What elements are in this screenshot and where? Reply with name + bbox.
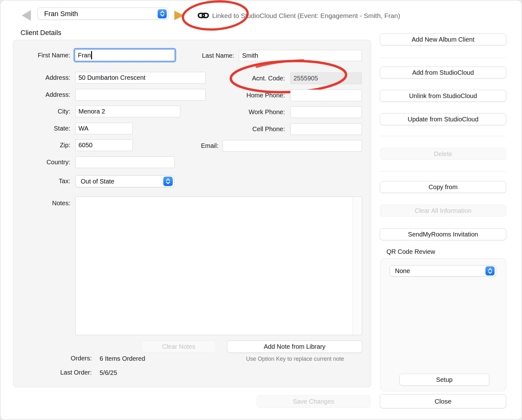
popup-stepper-icon — [163, 177, 173, 186]
link-icon — [197, 12, 209, 20]
first-name-label: First Name: — [13, 50, 70, 61]
acnt-code-label: Acnt. Code: — [228, 73, 285, 84]
state-field[interactable] — [75, 123, 133, 134]
sendmyrooms-invitation-button[interactable]: SendMyRooms Invitation — [380, 228, 506, 240]
qr-code-review-title: QR Code Review — [386, 248, 435, 255]
clear-notes-button: Clear Notes — [142, 341, 216, 353]
add-note-hint: Use Option Key to replace current note — [221, 356, 369, 362]
close-button[interactable]: Close — [380, 394, 506, 408]
acnt-code-field[interactable] — [290, 73, 362, 84]
qr-code-review-value: None — [395, 267, 410, 275]
country-label: Country: — [13, 156, 70, 168]
city-label: City: — [13, 106, 70, 117]
clear-all-information-button: Clear All Information — [380, 205, 506, 217]
qr-setup-button[interactable]: Setup — [399, 374, 489, 386]
previous-client-arrow-icon[interactable] — [22, 10, 31, 21]
add-new-album-client-button[interactable]: Add New Album Client — [380, 33, 506, 45]
sidebar-divider — [380, 171, 506, 172]
orders-label: Orders: — [34, 353, 92, 364]
qr-code-review-group — [380, 258, 506, 391]
work-phone-field[interactable] — [290, 106, 362, 118]
tax-select-value: Out of State — [81, 178, 114, 185]
address2-field[interactable] — [75, 89, 206, 101]
copy-from-button[interactable]: Copy from — [380, 181, 506, 193]
zip-label: Zip: — [13, 139, 70, 151]
zip-field[interactable] — [75, 139, 133, 151]
add-note-from-library-button[interactable]: Add Note from Library — [227, 341, 362, 353]
last-name-label: Last Name: — [177, 50, 234, 61]
sidebar-divider — [380, 136, 506, 136]
unlink-from-studiocloud-button[interactable]: Unlink from StudioCloud — [380, 90, 506, 102]
city-field[interactable] — [75, 106, 180, 117]
last-order-label: Last Order: — [34, 367, 92, 378]
section-title: Client Details — [20, 29, 61, 37]
update-from-studiocloud-button[interactable]: Update from StudioCloud — [380, 113, 506, 125]
linked-status-text: Linked to StudioCloud Client (Event: Eng… — [212, 11, 400, 20]
notes-textarea[interactable] — [75, 196, 362, 335]
email-label: Email: — [161, 140, 218, 152]
qr-code-review-select[interactable]: None — [390, 265, 496, 277]
address2-label: Address: — [13, 89, 70, 101]
notes-scrollbar — [353, 197, 362, 335]
orders-value: 6 Items Ordered — [100, 355, 145, 362]
home-phone-field[interactable] — [290, 90, 362, 101]
last-order-value: 5/6/25 — [100, 369, 117, 376]
popup-stepper-icon — [485, 266, 495, 276]
notes-label: Notes: — [13, 197, 70, 209]
state-label: State: — [13, 123, 70, 134]
save-changes-button: Save Changes — [257, 395, 370, 408]
country-field[interactable] — [75, 156, 175, 168]
last-name-field[interactable] — [239, 50, 362, 61]
delete-button: Delete — [380, 148, 506, 160]
work-phone-label: Work Phone: — [228, 106, 285, 118]
tax-select[interactable]: Out of State — [75, 175, 174, 187]
first-name-field[interactable]: Fran — [73, 48, 176, 62]
email-field[interactable] — [223, 140, 362, 152]
text-caret — [91, 51, 92, 59]
next-client-arrow-icon[interactable] — [174, 11, 184, 20]
popup-stepper-icon — [158, 9, 167, 18]
home-phone-label: Home Phone: — [228, 90, 285, 101]
address1-field[interactable] — [75, 72, 206, 84]
tax-label: Tax: — [13, 175, 70, 187]
first-name-value: Fran — [78, 52, 91, 59]
cell-phone-field[interactable] — [290, 123, 362, 135]
address1-label: Address: — [13, 72, 70, 84]
client-selector[interactable]: Fran Smith — [38, 8, 168, 20]
cell-phone-label: Cell Phone: — [228, 123, 285, 135]
client-details-dialog: Fran Smith Linked to StudioCloud Client … — [0, 0, 522, 420]
add-from-studiocloud-button[interactable]: Add from StudioCloud — [380, 67, 506, 79]
client-selector-value: Fran Smith — [44, 10, 78, 18]
sidebar-divider — [380, 58, 506, 58]
